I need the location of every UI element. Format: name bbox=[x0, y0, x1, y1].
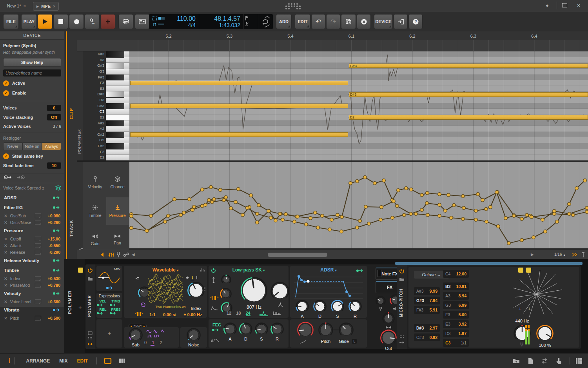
mod-target-Release[interactable]: ✕Release-0.290 bbox=[0, 249, 64, 255]
mod-curve-icon[interactable] bbox=[35, 237, 41, 241]
env-mode-dropdown[interactable]: ADSR ▾ bbox=[290, 266, 367, 273]
mod-source-ADSR[interactable]: ADSR bbox=[0, 193, 64, 202]
filter-keyamt-knob[interactable] bbox=[221, 275, 231, 285]
tuning-cell-D#3[interactable]: D#32.97 bbox=[414, 324, 440, 332]
ramp-icon[interactable] bbox=[264, 24, 270, 27]
launcher-clip-button[interactable] bbox=[118, 14, 133, 29]
device-preset-icon[interactable] bbox=[399, 277, 405, 282]
modulation-tabs[interactable] bbox=[3, 174, 27, 181]
mod-source-Timbre[interactable]: Timbre bbox=[0, 265, 64, 275]
grid-snap-icon[interactable] bbox=[572, 252, 578, 257]
amount-knob[interactable] bbox=[536, 325, 554, 342]
inspector-panel-icon[interactable] bbox=[528, 358, 533, 364]
remove-mod-icon[interactable]: ✕ bbox=[4, 283, 7, 288]
io-panel-icon[interactable] bbox=[541, 358, 548, 364]
piano-keyboard[interactable]: A#3A3G#3G3F#3F3E3D#3D3C#3C3B2A#2A2G#2G2F… bbox=[83, 51, 129, 160]
amount-value[interactable]: 100 % bbox=[535, 343, 555, 348]
position-display[interactable]: 48.1.4.57 1:43.032 bbox=[199, 14, 240, 29]
scroll-right-arrow[interactable]: ▶ bbox=[531, 252, 534, 257]
tempo-value[interactable]: 110.00 bbox=[170, 15, 196, 22]
note-D#3[interactable]: D#3 bbox=[349, 92, 588, 97]
mod-target-Osc/Sub[interactable]: ✕Osc/Sub+0.080 bbox=[0, 212, 64, 219]
tuning-cell-A#3[interactable]: A#39.99 bbox=[414, 287, 440, 295]
remove-mod-icon[interactable]: ✕ bbox=[4, 316, 7, 321]
add-device-end-button[interactable]: + bbox=[518, 305, 522, 312]
polymer-device[interactable]: POLYMER MW Expressions VELTIMBRELPRES bbox=[85, 264, 413, 349]
device-menu-button[interactable]: DEVICE bbox=[374, 14, 393, 29]
remote-controls-icon[interactable] bbox=[88, 331, 93, 335]
add-device-button[interactable]: + bbox=[78, 304, 82, 311]
tuning-cell-D3[interactable]: D31.97 bbox=[443, 330, 469, 337]
adsr-A-knob[interactable] bbox=[296, 300, 309, 313]
out-level-knob[interactable] bbox=[380, 330, 397, 346]
tempo-display[interactable]: 110.00 4/4 bbox=[170, 14, 196, 29]
track-tab[interactable]: TRACK bbox=[69, 220, 74, 237]
noise-level-knob[interactable] bbox=[187, 328, 201, 342]
tuning-cell-C#3[interactable]: C#30.92 bbox=[414, 333, 440, 341]
play-button[interactable] bbox=[38, 14, 53, 29]
expression-REL[interactable]: REL bbox=[96, 307, 109, 315]
mod-source-Velocity[interactable]: Velocity bbox=[0, 288, 64, 298]
tuning-cell-F3[interactable]: F35.00 bbox=[443, 311, 469, 319]
grid-dots-icon[interactable] bbox=[88, 337, 93, 340]
mod-target-Voice Level[interactable]: ✕Voice Level+0.360 bbox=[0, 298, 64, 305]
grid-resolution[interactable]: 1/16 ▲ bbox=[554, 252, 566, 257]
lane-header[interactable]: POLYMER #6 bbox=[78, 129, 82, 154]
filter-envamt-knob[interactable] bbox=[220, 288, 232, 300]
sub-oct-minus2[interactable]: -2 bbox=[158, 340, 162, 346]
velocity-depth-knob[interactable] bbox=[376, 296, 386, 306]
slope-12[interactable]: 12 bbox=[227, 311, 231, 316]
envelope-display[interactable] bbox=[294, 274, 363, 299]
stop-button[interactable] bbox=[53, 14, 68, 29]
edit-menu-button[interactable]: EDIT bbox=[295, 14, 310, 29]
mod-curve-icon[interactable] bbox=[35, 213, 41, 218]
mod-target-Pitch[interactable]: ✕Pitch+0.500 bbox=[0, 315, 64, 321]
track-color-swatch[interactable] bbox=[78, 268, 83, 273]
piano-key-F3[interactable]: F3 bbox=[83, 80, 129, 86]
mod-curve-icon[interactable] bbox=[35, 316, 41, 321]
project-tab-new1[interactable]: New 1* × bbox=[4, 2, 29, 10]
piano-key-C3[interactable]: C3 bbox=[83, 109, 129, 115]
adsr-D-knob[interactable] bbox=[313, 300, 327, 313]
mod-target-PhaseMod[interactable]: ✕PhaseMod+0.780 bbox=[0, 282, 64, 288]
osc-detune-hz-value[interactable]: ± 0.00 Hz bbox=[181, 312, 205, 317]
filter-shape-icons[interactable] bbox=[259, 310, 282, 316]
device-power-icon[interactable] bbox=[399, 268, 405, 274]
piano-key-G3[interactable]: G3 bbox=[83, 69, 129, 75]
filter-cutoff-knob[interactable] bbox=[241, 277, 267, 304]
osc-ratio-value[interactable]: 1:1 bbox=[147, 312, 158, 317]
remove-mod-icon[interactable]: ✕ bbox=[4, 237, 7, 241]
glide-legato-badge[interactable]: L bbox=[352, 339, 357, 344]
file-menu-button[interactable]: FILE bbox=[3, 14, 19, 29]
feg-A-knob[interactable] bbox=[223, 322, 237, 336]
steal-checkbox[interactable]: ✓ bbox=[3, 153, 9, 159]
modulation-out-icon[interactable] bbox=[399, 341, 405, 344]
filter-slope-switch[interactable]: 12 18 24 bbox=[227, 311, 250, 316]
mod-target-Index[interactable]: ✕Index+0.530 bbox=[0, 275, 64, 282]
mod-curve-icon[interactable] bbox=[35, 299, 41, 304]
noise-panel[interactable]: Noise bbox=[180, 327, 207, 348]
mod-curve-icon[interactable] bbox=[35, 276, 41, 281]
filter-mode-dropdown[interactable]: Low-pass SK ▾ bbox=[209, 266, 289, 273]
punch-in-icon[interactable] bbox=[244, 15, 250, 21]
voice-stack-spread-row[interactable]: Voice Stack Spread ± bbox=[0, 183, 64, 193]
delete-button[interactable] bbox=[357, 14, 371, 29]
feg-shape-icon[interactable] bbox=[211, 337, 220, 343]
piano-key-A2[interactable]: A2 bbox=[83, 126, 129, 132]
scroll-left-arrow[interactable]: ◀ bbox=[132, 252, 135, 257]
slope-24[interactable]: 24 bbox=[246, 311, 250, 316]
active-toggle[interactable]: ✓Active bbox=[0, 78, 64, 88]
index-knob[interactable] bbox=[187, 282, 205, 299]
device-selection-bar[interactable] bbox=[395, 262, 583, 265]
audition-icon[interactable] bbox=[100, 252, 106, 257]
info-icon[interactable]: i bbox=[9, 357, 10, 364]
env-shape-knob[interactable] bbox=[297, 322, 314, 338]
enable-toggle[interactable]: ✓Enable bbox=[0, 88, 64, 98]
note-event[interactable] bbox=[130, 104, 348, 108]
feg-S-knob[interactable] bbox=[255, 322, 268, 336]
tuning-fork-icon[interactable] bbox=[116, 251, 121, 258]
arranger-record-button[interactable]: + bbox=[100, 14, 115, 29]
amp-env-panel[interactable]: ADSR ▾ A D S R bbox=[290, 266, 367, 318]
expression-sliders-icon[interactable] bbox=[108, 252, 114, 257]
sub-osc-panel[interactable]: Sub 0 -1 -2 bbox=[124, 327, 179, 348]
